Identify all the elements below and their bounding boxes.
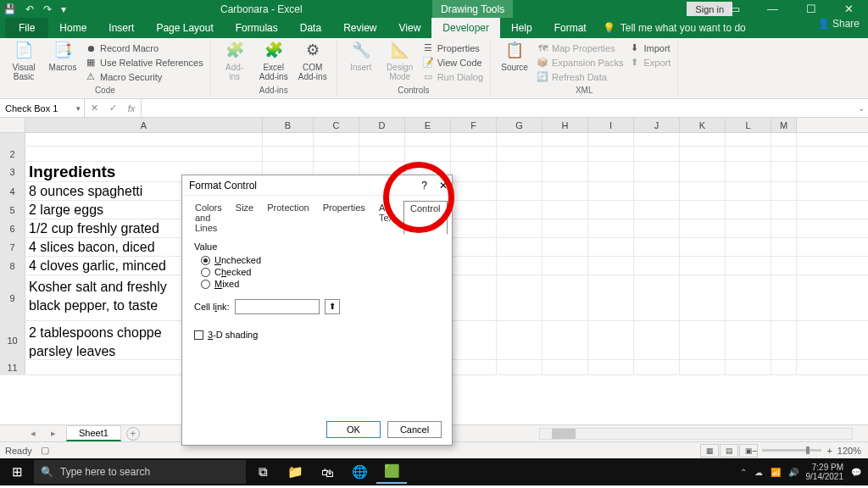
ok-button[interactable]: OK [326,421,381,438]
column-header[interactable]: J [634,118,680,132]
record-macro-button[interactable]: ⏺Record Macro [85,41,203,55]
close-icon[interactable]: ✕ [830,0,868,18]
view-code-button[interactable]: 📝View Code [422,55,483,69]
cell[interactable] [263,147,314,161]
dialog-close-icon[interactable]: ✕ [439,180,448,191]
cell[interactable] [451,238,497,256]
cell[interactable] [542,275,588,320]
visual-basic-button[interactable]: 📄Visual Basic [7,41,41,81]
cell[interactable] [680,162,726,181]
cell[interactable] [542,133,588,146]
cell[interactable] [726,219,771,237]
cell[interactable] [771,275,797,320]
column-header[interactable]: C [314,118,359,132]
cell[interactable] [771,257,797,274]
cancel-formula-icon[interactable]: ✕ [85,103,103,114]
normal-view-icon[interactable]: ▦ [700,444,719,458]
app-store-icon[interactable]: 🛍 [312,460,342,484]
cell[interactable] [634,162,680,181]
add-sheet-button[interactable]: + [126,427,140,441]
export-button[interactable]: ⬆Export [628,55,670,69]
cell[interactable] [542,201,588,219]
column-header[interactable]: E [405,118,451,132]
cell[interactable] [680,321,726,359]
column-header[interactable]: B [263,118,314,132]
cell[interactable] [497,147,542,161]
cell[interactable] [497,257,542,274]
autosave-icon[interactable]: 💾 [3,3,16,15]
cell[interactable] [771,238,797,256]
expand-formula-icon[interactable]: ⌄ [858,103,865,113]
column-header[interactable]: H [542,118,588,132]
column-header[interactable]: K [680,118,726,132]
import-button[interactable]: ⬇Import [628,41,670,55]
zoom-in-icon[interactable]: + [826,446,832,456]
cell[interactable] [726,238,771,256]
row-header[interactable]: 4 [0,182,25,200]
cell[interactable] [726,182,771,200]
cell[interactable] [451,133,497,146]
cell[interactable] [588,238,634,256]
cell[interactable] [451,201,497,219]
cell[interactable] [542,321,588,359]
cell[interactable] [634,133,680,146]
tray-up-icon[interactable]: ⌃ [740,468,747,477]
cell[interactable] [25,133,263,146]
taskbar-clock[interactable]: 7:29 PM 9/14/2021 [806,463,844,481]
macro-record-status-icon[interactable]: ▢ [41,445,49,456]
tray-onedrive-icon[interactable]: ☁ [754,468,763,477]
row-header[interactable] [0,133,25,146]
select-all-corner[interactable] [0,118,25,132]
tab-developer[interactable]: Developer [431,18,500,38]
com-addins-button[interactable]: ⚙COM Add-ins [296,41,330,81]
cell[interactable] [359,133,405,146]
cell[interactable] [451,257,497,274]
cell[interactable] [726,257,771,274]
row-header[interactable]: 11 [0,360,25,374]
range-picker-icon[interactable]: ⬆ [325,299,340,314]
tab-page-layout[interactable]: Page Layout [145,18,224,38]
sheet-nav-prev-icon[interactable]: ◂ [25,428,41,439]
source-button[interactable]: 📋Source [498,41,531,72]
sheet-tab-sheet1[interactable]: Sheet1 [66,425,121,441]
tab-review[interactable]: Review [332,18,387,38]
cell[interactable] [588,201,634,219]
cell[interactable] [497,201,542,219]
cell[interactable] [588,147,634,161]
zoom-slider[interactable] [762,449,821,452]
tray-volume-icon[interactable]: 🔊 [788,468,798,477]
cell[interactable] [771,133,797,146]
app-chrome-icon[interactable]: 🌐 [344,460,375,484]
tab-alt-text[interactable]: Alt Text [373,201,402,235]
cell[interactable] [588,257,634,274]
minimize-icon[interactable]: — [754,0,792,18]
row-header[interactable]: 3 [0,162,25,181]
macro-security-button[interactable]: ⚠Macro Security [85,69,203,84]
cell[interactable] [542,360,588,374]
map-properties-button[interactable]: 🗺Map Properties [537,41,623,55]
cell[interactable] [680,133,726,146]
tab-data[interactable]: Data [289,18,332,38]
cell[interactable] [634,238,680,256]
column-header[interactable]: G [497,118,542,132]
tab-insert[interactable]: Insert [97,18,145,38]
relative-refs-button[interactable]: ▦Use Relative References [85,55,203,69]
cell[interactable] [497,275,542,320]
cell[interactable] [680,360,726,374]
cell[interactable] [771,182,797,200]
radio-mixed[interactable]: Mixed [201,279,440,289]
tab-file[interactable]: File [5,18,48,38]
tray-network-icon[interactable]: 📶 [771,468,781,477]
cell[interactable] [771,321,797,359]
cell[interactable] [680,257,726,274]
fx-icon[interactable]: fx [122,103,141,114]
enter-formula-icon[interactable]: ✓ [103,103,122,114]
cell[interactable] [451,162,497,181]
cell[interactable] [771,360,797,374]
design-mode-button[interactable]: 📐Design Mode [383,41,417,81]
row-header[interactable]: 2 [0,147,25,161]
row-header[interactable]: 6 [0,219,25,237]
redo-icon[interactable]: ↷ [43,3,52,15]
tab-formulas[interactable]: Formulas [225,18,289,38]
addins-button[interactable]: 🧩Add- ins [218,41,252,81]
